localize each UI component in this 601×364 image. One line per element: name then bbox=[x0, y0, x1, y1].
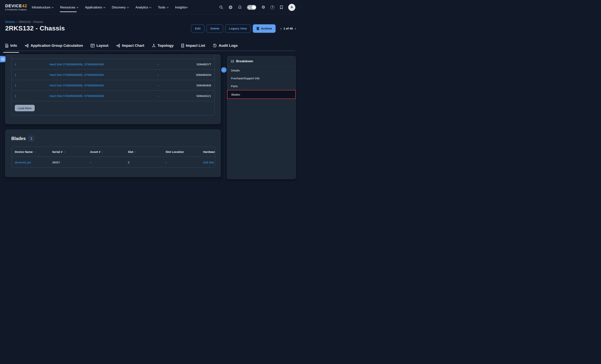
history-icon bbox=[213, 44, 217, 48]
chevron-right-icon: › bbox=[223, 69, 224, 72]
bookmark-icon[interactable] bbox=[280, 5, 283, 10]
list-tree-icon bbox=[231, 60, 234, 63]
column-header-device-name[interactable]: Device Name ↑↓ bbox=[11, 150, 49, 153]
user-avatar[interactable]: A bbox=[288, 4, 295, 11]
blade-slot-location: - bbox=[162, 161, 200, 164]
chevron-down-icon bbox=[51, 7, 54, 8]
archive-button[interactable]: Archive bbox=[253, 24, 276, 33]
nav-item-insights[interactable]: Insights+ bbox=[175, 0, 188, 15]
parts-table-clipped-row bbox=[11, 55, 215, 59]
table-row: 1 Hard Disk ST600MM0006, ST600MM0006 - S… bbox=[11, 91, 215, 101]
pager-prev-icon[interactable]: ‹ bbox=[280, 27, 281, 30]
sort-icon[interactable]: ↑↓ bbox=[101, 151, 103, 153]
top-navbar: DEVICE42 A Freshworks Company Infrastruc… bbox=[0, 0, 300, 15]
hub-icon bbox=[116, 44, 120, 48]
breadcrumb-devices-link[interactable]: Devices bbox=[5, 20, 15, 23]
device42-logo[interactable]: DEVICE42 A Freshworks Company bbox=[5, 4, 27, 11]
theme-toggle[interactable] bbox=[247, 5, 256, 10]
breadcrumb: Devices › 2RKS132 - Chassis bbox=[5, 20, 43, 23]
sidebar-item-details[interactable]: Details bbox=[227, 67, 296, 74]
nav-item-analytics[interactable]: Analytics bbox=[136, 0, 151, 15]
delete-button[interactable]: Delete bbox=[207, 24, 223, 33]
list-icon bbox=[1, 58, 4, 60]
part-name-link[interactable]: Hard Disk ST600MM0006, ST600MM0006 bbox=[50, 94, 139, 98]
sort-icon[interactable]: ↑↓ bbox=[134, 151, 136, 153]
part-qty-link[interactable]: 1 bbox=[11, 63, 50, 66]
content-nav-toggle-button[interactable] bbox=[0, 56, 6, 62]
column-header-slot-location[interactable]: Slot Location bbox=[162, 150, 200, 153]
toggle-knob bbox=[252, 5, 256, 10]
edit-button[interactable]: Edit bbox=[191, 24, 204, 33]
breadcrumb-current: 2RKS132 - Chassis bbox=[19, 20, 43, 23]
pager-next-icon[interactable]: › bbox=[295, 27, 296, 30]
logo-tagline: A Freshworks Company bbox=[5, 9, 27, 11]
chevron-down-icon bbox=[149, 7, 151, 8]
column-header-asset[interactable]: Asset # ↑↓ bbox=[87, 150, 125, 153]
globe-icon[interactable] bbox=[229, 5, 233, 10]
tab-impact-chart[interactable]: Impact Chart bbox=[116, 40, 144, 51]
chevron-down-icon bbox=[167, 7, 169, 8]
breakdown-sidebar: Breakdown Details Purchase/Support Info … bbox=[227, 56, 296, 179]
part-qty-link[interactable]: 1 bbox=[11, 94, 50, 98]
part-serial: S0M4B3KB bbox=[177, 84, 215, 87]
blades-header: Blades 1 bbox=[11, 136, 34, 142]
page-actions: Edit Delete Legacy View Archive ‹ 1 of 4… bbox=[191, 24, 296, 33]
tab-layout[interactable]: Layout bbox=[91, 40, 108, 51]
breakdown-header: Breakdown bbox=[227, 56, 296, 67]
rows-icon bbox=[181, 44, 184, 48]
column-header-hardware[interactable]: Hardware bbox=[200, 150, 215, 153]
blade-hardware-link[interactable]: Dell Stor bbox=[200, 161, 215, 164]
load-more-button[interactable]: Load More bbox=[15, 105, 35, 111]
tab-impact-list[interactable]: Impact List bbox=[181, 40, 205, 51]
parts-table: 1 Hard Disk ST600MM0006, ST600MM0006 - S… bbox=[11, 55, 215, 115]
bell-icon[interactable] bbox=[238, 5, 242, 10]
nav-item-tools[interactable]: Tools bbox=[158, 0, 169, 15]
help-icon[interactable]: ? bbox=[270, 5, 274, 10]
nav-item-discovery[interactable]: Discovery bbox=[112, 0, 129, 15]
chevron-down-icon bbox=[127, 7, 129, 8]
tab-application-group-calculation[interactable]: Application Group Calculation bbox=[25, 40, 83, 51]
nav-item-applications[interactable]: Applications bbox=[85, 0, 105, 15]
sidebar-item-purchase-support-info[interactable]: Purchase/Support Info bbox=[227, 74, 296, 82]
part-serial: S0M4B4GN bbox=[177, 73, 215, 77]
tab-info[interactable]: Info bbox=[5, 40, 17, 51]
nav-item-infrastructure[interactable]: Infrastructure bbox=[32, 0, 53, 15]
column-header-slot[interactable]: Slot ↑↓ bbox=[125, 150, 162, 153]
tab-audit-logs[interactable]: Audit Logs bbox=[213, 40, 238, 51]
sort-icon[interactable]: ↑↓ bbox=[34, 151, 35, 153]
detail-tabs: Info Application Group Calculation Layou… bbox=[5, 40, 238, 51]
sort-icon[interactable]: ↑↓ bbox=[63, 151, 65, 153]
topology-icon bbox=[152, 44, 156, 48]
pager-label: 1 of 45 bbox=[283, 27, 293, 30]
layout-icon bbox=[91, 44, 94, 47]
search-icon[interactable] bbox=[219, 5, 223, 10]
part-name-link[interactable]: Hard Disk ST600MM0006, ST600MM0006 bbox=[50, 73, 139, 77]
gear-icon[interactable]: ⚙ bbox=[261, 5, 265, 10]
part-qty-link[interactable]: 1 bbox=[11, 84, 50, 87]
tab-topology[interactable]: Topology bbox=[152, 40, 174, 51]
document-icon bbox=[5, 44, 9, 48]
page-title: 2RKS132 - Chassis bbox=[5, 25, 65, 32]
part-name-link[interactable]: Hard Disk ST600MM0006, ST600MM0006 bbox=[50, 84, 139, 87]
blades-count-badge: 1 bbox=[28, 136, 34, 142]
archive-icon bbox=[256, 27, 259, 30]
nav-item-resources[interactable]: Resources bbox=[60, 0, 79, 15]
blades-table: Device Name ↑↓ Serial # ↑↓ Asset # ↑↓ Sl… bbox=[11, 147, 215, 168]
table-row: 1 Hard Disk ST600MM0006, ST600MM0006 - S… bbox=[11, 80, 215, 91]
column-header-serial[interactable]: Serial # ↑↓ bbox=[49, 150, 87, 153]
logo-wordmark: DEVICE42 bbox=[5, 4, 27, 8]
blades-card: Blades 1 Device Name ↑↓ Serial # ↑↓ Asse… bbox=[5, 129, 220, 177]
part-col3: - bbox=[139, 84, 177, 87]
blades-table-header: Device Name ↑↓ Serial # ↑↓ Asset # ↑↓ Sl… bbox=[11, 147, 215, 157]
table-row: device42.pvt 38557 - 2 - Dell Stor bbox=[11, 157, 215, 168]
sidebar-item-parts[interactable]: Parts bbox=[227, 82, 296, 90]
sidebar-expand-button[interactable]: › bbox=[221, 67, 227, 73]
tabs-divider bbox=[5, 50, 295, 51]
blade-device-link[interactable]: device42.pvt bbox=[11, 161, 49, 164]
part-qty-link[interactable]: 1 bbox=[11, 73, 50, 77]
parts-table-footer: Load More bbox=[11, 101, 215, 115]
legacy-view-button[interactable]: Legacy View bbox=[225, 24, 251, 33]
sidebar-item-blades[interactable]: Blades bbox=[227, 90, 296, 99]
part-name-link[interactable]: Hard Disk ST600MM0006, ST600MM0006 bbox=[50, 63, 139, 66]
part-col3: - bbox=[139, 73, 177, 77]
